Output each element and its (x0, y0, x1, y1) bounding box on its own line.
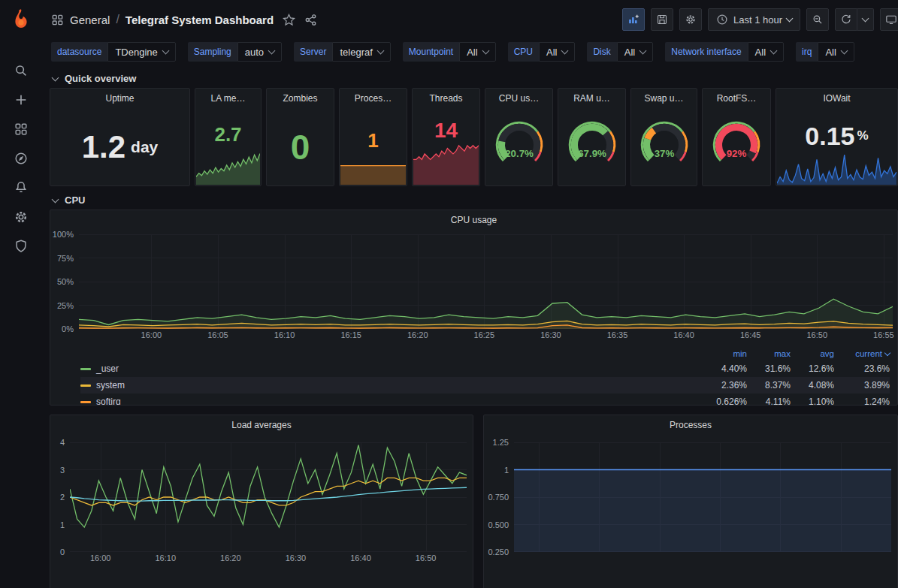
legend-max: 4.11% (747, 397, 791, 406)
load-averages-series (70, 442, 467, 552)
panel-title[interactable]: Load averages (50, 415, 473, 435)
svg-text:37%: 37% (654, 148, 674, 159)
svg-text:20.7%: 20.7% (505, 148, 534, 159)
variable-value-dropdown[interactable]: All (748, 42, 784, 62)
variable-value-dropdown[interactable]: All (459, 42, 495, 62)
chevron-down-icon (482, 47, 489, 55)
legend-row: softirq 0.626% 4.11% 1.10% 1.24% (80, 394, 890, 406)
admin-shield-icon[interactable] (14, 239, 29, 254)
dashboard-title[interactable]: Telegraf System Dashboard (125, 14, 274, 26)
panel-processes-chart: Processes 1.25 1 0.750 0.500 0.250 (483, 415, 898, 588)
legend-col-min[interactable]: min (703, 349, 747, 358)
legend-row: system 2.36% 8.37% 4.08% 3.89% (80, 377, 890, 394)
legend-max: 31.6% (747, 363, 791, 374)
x-tick: 16:15 (340, 330, 361, 339)
legend-max: 8.37% (747, 380, 791, 390)
panel-title[interactable]: Uptime (50, 89, 189, 108)
search-icon[interactable] (14, 63, 29, 78)
variable-value-dropdown[interactable]: All (617, 42, 653, 62)
variable-network-interface: Network interface All (665, 42, 784, 62)
time-range-picker[interactable]: Last 1 hour (708, 8, 800, 31)
x-tick: 16:40 (350, 553, 371, 562)
variable-value-dropdown[interactable]: telegraf (332, 42, 390, 62)
panel-title[interactable]: Swap u… (631, 89, 697, 108)
variable-datasource: datasource TDengine (51, 42, 176, 62)
explore-compass-icon[interactable] (14, 151, 29, 166)
variable-value-dropdown[interactable]: All (818, 42, 854, 62)
legend-col-max[interactable]: max (747, 349, 791, 358)
variable-value-dropdown[interactable]: All (539, 42, 575, 62)
panel-load-average: LA me… 2.7 (195, 88, 262, 186)
panel-cpu-usage-gauge: CPU us… 20.7% (485, 88, 553, 186)
x-tick: 16:35 (607, 330, 628, 339)
grafana-logo-icon[interactable] (10, 8, 32, 30)
variable-disk: Disk All (587, 42, 653, 62)
zoom-out-button[interactable] (806, 8, 829, 31)
legend-col-current[interactable]: current (834, 349, 890, 358)
variable-label: Disk (587, 42, 616, 62)
legend-series-toggle[interactable]: _user (80, 363, 703, 374)
load-averages-plot[interactable] (70, 442, 467, 552)
legend-current: 23.6% (834, 363, 890, 374)
save-dashboard-button[interactable] (651, 8, 673, 31)
star-icon[interactable] (283, 14, 295, 26)
panel-title[interactable]: Processes (484, 415, 897, 435)
legend: min max avg current _user 4.40% 31.6% 12… (80, 347, 890, 406)
grafana-app: General / Telegraf System Dashboard (0, 0, 898, 588)
variable-value-dropdown[interactable]: TDengine (107, 42, 175, 62)
panel-title[interactable]: Zombies (267, 89, 334, 108)
row-header-cpu[interactable]: CPU (42, 191, 898, 210)
configuration-gear-icon[interactable] (14, 210, 29, 225)
row-header-quick-overview[interactable]: Quick overview (42, 69, 898, 88)
add-panel-button[interactable] (622, 8, 645, 31)
refresh-button[interactable] (835, 8, 857, 31)
share-icon[interactable] (304, 14, 317, 26)
panel-title[interactable]: CPU us… (485, 89, 552, 108)
create-plus-icon[interactable] (14, 92, 29, 107)
panel-title[interactable]: IOWait (776, 89, 897, 108)
x-tick: 16:10 (274, 330, 295, 339)
refresh-control (835, 8, 874, 31)
legend-avg: 4.08% (791, 380, 834, 390)
processes-plot[interactable] (514, 442, 891, 552)
cycle-view-tv-button[interactable] (880, 8, 898, 31)
legend-min: 2.36% (703, 380, 747, 390)
panel-title[interactable]: Threads (413, 89, 479, 108)
y-axis: 4 3 2 1 0 (50, 442, 70, 552)
panel-title[interactable]: LA me… (195, 89, 261, 108)
gauge: 92% (703, 108, 770, 185)
legend-col-avg[interactable]: avg (791, 349, 834, 358)
variable-value-dropdown[interactable]: auto (237, 42, 282, 62)
x-tick: 16:30 (286, 553, 307, 562)
dashboards-icon[interactable] (14, 122, 29, 137)
alerting-bell-icon[interactable] (14, 180, 29, 195)
chevron-down-icon (770, 47, 778, 55)
variable-sampling: Sampling auto (188, 42, 282, 62)
legend-series-toggle[interactable]: system (80, 380, 703, 390)
x-tick: 16:00 (141, 330, 162, 339)
panel-title[interactable]: RAM u… (558, 89, 625, 108)
variable-server: Server telegraf (294, 42, 391, 62)
variable-label: CPU (508, 42, 539, 62)
y-axis: 100% 75% 50% 25% 0% (50, 234, 79, 329)
dashboard-settings-button[interactable] (679, 8, 702, 31)
y-axis: 1.25 1 0.750 0.500 0.250 (484, 442, 514, 552)
panel-load-averages: Load averages 4 3 2 1 0 (50, 415, 473, 588)
apps-grid-icon (51, 14, 64, 26)
sidebar (0, 0, 42, 588)
top-bar: General / Telegraf System Dashboard (42, 0, 898, 39)
variable-cpu: CPU All (508, 42, 576, 62)
chevron-down-icon (884, 349, 890, 355)
breadcrumb-folder[interactable]: General (70, 14, 110, 26)
panel-title[interactable]: CPU usage (50, 210, 897, 230)
variable-label: datasource (51, 42, 107, 62)
legend-series-toggle[interactable]: softirq (80, 397, 703, 406)
panel-iowait: IOWait 0.15 % (776, 88, 898, 186)
panel-title[interactable]: RootFS… (703, 89, 770, 108)
chevron-down-icon (268, 47, 276, 55)
refresh-interval-dropdown[interactable] (857, 8, 874, 31)
panel-cpu-usage-chart: CPU usage 100% 75% 50% 25% 0% 16:00 16:0… (50, 210, 898, 406)
cpu-usage-plot[interactable] (79, 234, 893, 329)
panel-title[interactable]: Proces… (340, 89, 407, 108)
variable-label: Sampling (188, 42, 237, 62)
